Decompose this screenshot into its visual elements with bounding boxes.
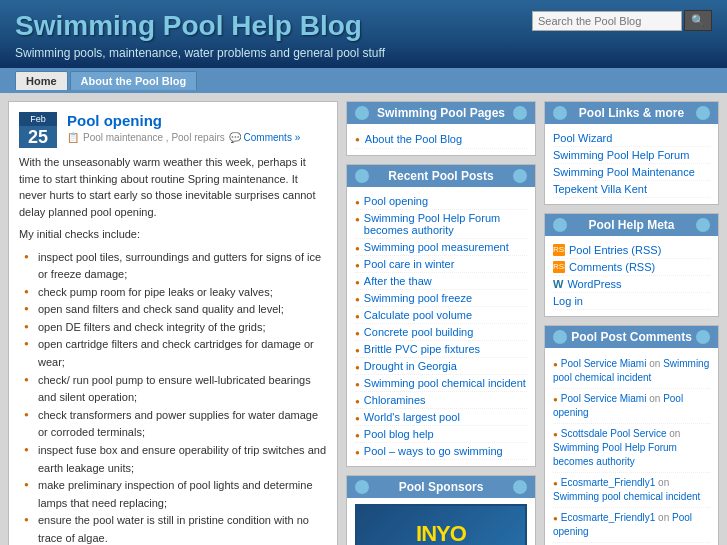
post-1-title-area: Pool opening 📋 Pool maintenance , Pool r… xyxy=(67,112,300,143)
recent-post-link[interactable]: Calculate pool volume xyxy=(364,309,472,321)
sponsor-inyo: INYO xyxy=(365,521,517,545)
recent-posts-icon-right xyxy=(513,169,527,183)
list-item: inspect pool tiles, surroundings and gut… xyxy=(24,249,327,284)
comment-post-link[interactable]: Swimming pool chemical incident xyxy=(553,491,700,502)
search-input[interactable] xyxy=(532,11,682,31)
list-item: Drought in Georgia xyxy=(355,358,527,375)
recent-posts-title: Recent Pool Posts xyxy=(388,169,493,183)
about-pool-link[interactable]: About the Pool Blog xyxy=(365,133,462,145)
sponsors-box: Pool Sponsors INYO POOLS .COM Swimming P… xyxy=(346,475,536,545)
links-content: Pool Wizard Swimming Pool Help Forum Swi… xyxy=(545,124,718,204)
pool-pages-header: Swimming Pool Pages xyxy=(347,102,535,124)
comments-rss-link[interactable]: Comments (RSS) xyxy=(569,261,655,273)
list-item: Chloramines xyxy=(355,392,527,409)
list-item: Pool care in winter xyxy=(355,256,527,273)
meta-title: Pool Help Meta xyxy=(588,218,674,232)
post-1-meta: 📋 Pool maintenance , Pool repairs 💬 Comm… xyxy=(67,132,300,143)
list-item: open cartridge filters and check cartrid… xyxy=(24,336,327,371)
recent-post-link[interactable]: Swimming pool chemical incident xyxy=(364,377,526,389)
maintenance-link[interactable]: Swimming Pool Maintenance xyxy=(553,166,695,178)
pool-pages-box: Swimming Pool Pages About the Pool Blog xyxy=(346,101,536,156)
login-link[interactable]: Log in xyxy=(553,295,583,307)
meta-box: Pool Help Meta RSS Pool Entries (RSS) RS… xyxy=(544,213,719,317)
post-comments-box: Pool Post Comments Pool Service Miami on… xyxy=(544,325,719,545)
commenter-link[interactable]: Ecosmarte_Friendly1 xyxy=(561,512,655,523)
post-1-body: With the unseasonably warm weather this … xyxy=(19,154,327,545)
pool-wizard-link[interactable]: Pool Wizard xyxy=(553,132,612,144)
list-item: Brittle PVC pipe fixtures xyxy=(355,341,527,358)
post-1-categories: Pool maintenance , Pool repairs xyxy=(83,132,225,143)
search-button[interactable]: 🔍 xyxy=(684,10,712,31)
list-item: RSS Pool Entries (RSS) xyxy=(553,242,710,259)
commenter-link[interactable]: Pool Service Miami xyxy=(561,358,647,369)
links-header: Pool Links & more xyxy=(545,102,718,124)
links-icon xyxy=(553,106,567,120)
forum-link[interactable]: Swimming Pool Help Forum xyxy=(553,149,689,161)
recent-post-link[interactable]: Swimming Pool Help Forum becomes authori… xyxy=(364,212,527,236)
recent-post-link[interactable]: Drought in Georgia xyxy=(364,360,457,372)
recent-post-link[interactable]: Pool care in winter xyxy=(364,258,455,270)
recent-post-link[interactable]: Concrete pool building xyxy=(364,326,473,338)
sponsor-banner: INYO POOLS .COM Swimming Pool and Spa Fi… xyxy=(355,504,527,545)
post-1-checklist: inspect pool tiles, surroundings and gut… xyxy=(19,249,327,546)
commenter-link[interactable]: Pool Service Miami xyxy=(561,393,647,404)
post-1-comments-link[interactable]: Comments » xyxy=(244,132,301,143)
sponsors-content: INYO POOLS .COM Swimming Pool and Spa Fi… xyxy=(347,498,535,545)
list-item: RSS Comments (RSS) xyxy=(553,259,710,276)
pool-pages-content: About the Pool Blog xyxy=(347,124,535,155)
entries-rss-link[interactable]: Pool Entries (RSS) xyxy=(569,244,661,256)
list-item: open sand filters and check sand quality… xyxy=(24,301,327,319)
recent-posts-box: Recent Pool Posts Pool opening Swimming … xyxy=(346,164,536,467)
recent-post-link[interactable]: Pool – ways to go swimming xyxy=(364,445,503,457)
list-item: Pool Service Miami on Swimming pool chem… xyxy=(553,354,710,389)
nav-about[interactable]: About the Pool Blog xyxy=(70,71,198,90)
recent-post-link[interactable]: Swimming pool measurement xyxy=(364,241,509,253)
list-item: check/ run pool pump to ensure well-lubr… xyxy=(24,372,327,407)
nav-home[interactable]: Home xyxy=(15,71,68,90)
comments-list: Pool Service Miami on Swimming pool chem… xyxy=(553,354,710,545)
sponsor-link[interactable]: INYO POOLS .COM Swimming Pool and Spa Fi… xyxy=(355,504,527,545)
recent-post-link[interactable]: Swimming pool freeze xyxy=(364,292,472,304)
links-list: Pool Wizard Swimming Pool Help Forum Swi… xyxy=(553,130,710,198)
post-comments-title: Pool Post Comments xyxy=(571,330,692,344)
commenter-link[interactable]: Ecosmarte_Friendly1 xyxy=(561,477,655,488)
post-1-date: Feb 25 xyxy=(19,112,57,148)
list-item: Swimming pool freeze xyxy=(355,290,527,307)
recent-posts-icon xyxy=(355,169,369,183)
links-icon-right xyxy=(696,106,710,120)
commenter-link[interactable]: Scottsdale Pool Service xyxy=(561,428,667,439)
pool-pages-list: About the Pool Blog xyxy=(355,130,527,149)
main-layout: Feb 25 Pool opening 📋 Pool maintenance ,… xyxy=(0,93,727,545)
pool-pages-title: Swimming Pool Pages xyxy=(377,106,505,120)
sponsor-logo: INYO POOLS .COM xyxy=(365,521,517,545)
meta-header: Pool Help Meta xyxy=(545,214,718,236)
recent-post-link[interactable]: After the thaw xyxy=(364,275,432,287)
sponsors-header: Pool Sponsors xyxy=(347,476,535,498)
list-item: Swimming Pool Help Forum becomes authori… xyxy=(355,210,527,239)
list-item: About the Pool Blog xyxy=(355,130,527,149)
navigation: Home About the Pool Blog xyxy=(0,68,727,93)
recent-post-link[interactable]: Pool opening xyxy=(364,195,428,207)
post-1-title-link[interactable]: Pool opening xyxy=(67,112,162,129)
comment-post-link[interactable]: Swimming Pool Help Forum becomes authori… xyxy=(553,442,677,467)
recent-post-link[interactable]: Pool blog help xyxy=(364,428,434,440)
wordpress-link[interactable]: WordPress xyxy=(567,278,621,290)
recent-post-link[interactable]: Chloramines xyxy=(364,394,426,406)
recent-posts-header: Recent Pool Posts xyxy=(347,165,535,187)
recent-posts-content: Pool opening Swimming Pool Help Forum be… xyxy=(347,187,535,466)
post-1-day: 25 xyxy=(23,128,53,146)
meta-content: RSS Pool Entries (RSS) RSS Comments (RSS… xyxy=(545,236,718,316)
meta-icon-right xyxy=(696,218,710,232)
search-container: 🔍 xyxy=(532,10,712,31)
links-box: Pool Links & more Pool Wizard Swimming P… xyxy=(544,101,719,205)
right-column: Pool Links & more Pool Wizard Swimming P… xyxy=(544,101,719,545)
sponsors-title: Pool Sponsors xyxy=(399,480,484,494)
list-item: Swimming pool measurement xyxy=(355,239,527,256)
tepekent-link[interactable]: Tepekent Villa Kent xyxy=(553,183,647,195)
middle-column: Swimming Pool Pages About the Pool Blog … xyxy=(346,101,536,545)
list-item: Pool blog help xyxy=(355,426,527,443)
list-item: Concrete pool building xyxy=(355,324,527,341)
recent-post-link[interactable]: World's largest pool xyxy=(364,411,460,423)
recent-post-link[interactable]: Brittle PVC pipe fixtures xyxy=(364,343,480,355)
list-item: Pool – ways to go swimming xyxy=(355,443,527,460)
